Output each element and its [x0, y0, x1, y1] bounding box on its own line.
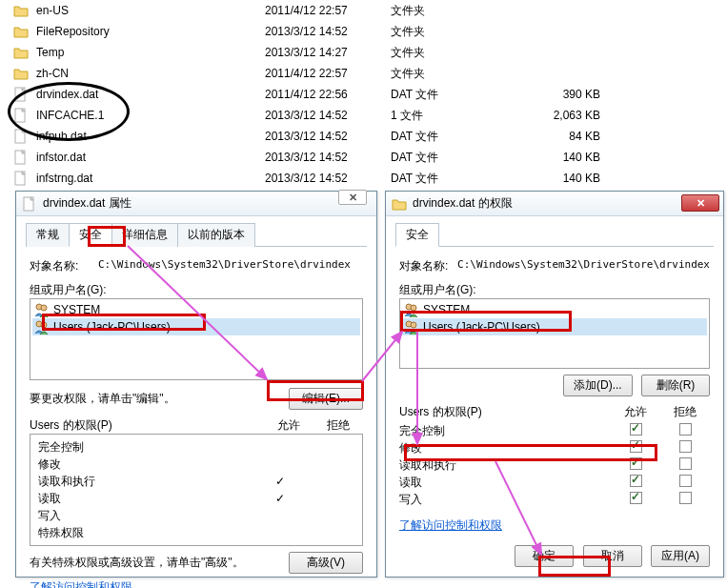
file-date: 2011/4/12 22:57: [265, 67, 391, 80]
perm-deny-checkbox[interactable]: [660, 457, 710, 473]
tab-previous[interactable]: 以前的版本: [177, 223, 255, 247]
users-icon: [34, 302, 50, 317]
svg-point-11: [411, 305, 416, 311]
file-name: zh-CN: [36, 67, 265, 80]
edit-button[interactable]: 编辑(E)...: [289, 388, 363, 410]
perm-allow-checkbox[interactable]: [611, 440, 660, 456]
perm-row: 读取 ✓: [38, 490, 354, 507]
perm-label: 读取和执行: [399, 457, 611, 474]
add-button[interactable]: 添加(D)...: [563, 375, 633, 396]
user-name: Users (Jack-PC\Users): [423, 320, 540, 334]
file-size: 390 KB: [505, 88, 600, 101]
file-row[interactable]: en-US 2011/4/12 22:57 文件夹: [0, 0, 727, 21]
file-name: drvindex.dat: [36, 88, 265, 101]
perm-row: 完全控制: [38, 438, 354, 456]
file-date: 2013/3/12 14:52: [265, 172, 391, 185]
properties-dialog: drvindex.dat 属性 ✕ 常规 安全 详细信息 以前的版本 对象名称:…: [15, 191, 377, 578]
users-listbox[interactable]: SYSTEMUsers (Jack-PC\Users): [399, 298, 710, 369]
file-row[interactable]: infpub.dat 2013/3/12 14:52 DAT 文件 84 KB: [0, 126, 727, 147]
svg-point-9: [41, 322, 47, 328]
object-name-label: 对象名称:: [30, 258, 98, 274]
perm-allow-checkbox[interactable]: [611, 423, 660, 438]
perm-deny-checkbox[interactable]: [660, 423, 710, 438]
perm-row: 读取和执行 ✓: [38, 473, 354, 490]
perm-deny-checkbox[interactable]: [660, 475, 710, 490]
tab-security[interactable]: 安全: [395, 223, 439, 247]
dialog-body: 对象名称: C:\Windows\System32\DriverStore\dr…: [386, 247, 723, 575]
file-date: 2013/3/12 14:52: [265, 109, 391, 122]
perm-label: 完全控制: [38, 439, 255, 456]
help-link[interactable]: 了解访问控制和权限: [30, 580, 132, 588]
group-label: 组或用户名(G):: [399, 282, 710, 298]
file-row[interactable]: Temp 2013/3/12 14:27 文件夹: [0, 42, 727, 63]
perm-allow-checkbox[interactable]: [611, 475, 660, 490]
file-row[interactable]: infstor.dat 2013/3/12 14:52 DAT 文件 140 K…: [0, 147, 727, 168]
allow-header: 允许: [264, 417, 313, 434]
file-type: DAT 文件: [391, 171, 505, 187]
users-listbox[interactable]: SYSTEMUsers (Jack-PC\Users): [30, 298, 363, 380]
file-name: INFCACHE.1: [36, 109, 265, 122]
perm-label: 写入: [399, 492, 611, 508]
file-date: 2013/3/12 14:52: [265, 25, 391, 38]
file-row[interactable]: FileRepository 2013/3/12 14:52 文件夹: [0, 21, 727, 42]
perm-deny-checkbox[interactable]: [660, 440, 710, 456]
perm-label: 完全控制: [399, 423, 611, 439]
adv-hint: 有关特殊权限或高级设置，请单击"高级"。: [30, 555, 289, 571]
perm-row: 读取和执行: [399, 456, 710, 474]
file-type: 1 文件: [391, 108, 505, 124]
object-path: C:\Windows\System32\DriverStore\drvindex: [457, 258, 710, 274]
file-row[interactable]: drvindex.dat 2011/4/12 22:56 DAT 文件 390 …: [0, 84, 727, 105]
tab-security[interactable]: 安全: [69, 223, 112, 247]
apply-button[interactable]: 应用(A): [651, 545, 710, 567]
perm-deny-checkbox[interactable]: [660, 492, 710, 507]
permissions-box: 完全控制 修改 读取和执行 ✓ 读取 ✓ 写入 特殊权限: [30, 434, 363, 546]
tabstrip: 安全: [395, 222, 714, 247]
advanced-button[interactable]: 高级(V): [289, 552, 363, 574]
perm-row: 完全控制: [399, 422, 710, 439]
svg-point-13: [411, 322, 416, 328]
file-date: 2011/4/12 22:56: [265, 88, 391, 101]
perm-header: Users 的权限(P): [30, 417, 264, 434]
file-size: 140 KB: [505, 151, 600, 164]
user-list-item[interactable]: SYSTEM: [32, 301, 360, 318]
file-name: infstrng.dat: [36, 172, 265, 185]
users-icon: [404, 319, 419, 335]
perm-label: 特殊权限: [38, 525, 255, 541]
perm-row: 修改: [38, 456, 354, 473]
folder-icon: [13, 3, 29, 18]
file-type: DAT 文件: [391, 129, 505, 145]
file-row[interactable]: infstrng.dat 2013/3/12 14:52 DAT 文件 140 …: [0, 168, 727, 189]
file-name: infstor.dat: [36, 151, 265, 164]
tab-general[interactable]: 常规: [26, 223, 70, 247]
perm-allow: ✓: [255, 475, 305, 488]
user-list-item[interactable]: Users (Jack-PC\Users): [32, 318, 360, 335]
file-icon: [13, 129, 29, 144]
titlebar[interactable]: drvindex.dat 属性 ✕: [16, 192, 376, 216]
close-button[interactable]: ✕: [681, 194, 719, 212]
ok-button[interactable]: 确定: [515, 545, 574, 567]
user-list-item[interactable]: Users (Jack-PC\Users): [402, 318, 707, 335]
dialog-title: drvindex.dat 属性: [43, 195, 131, 212]
file-icon: [13, 150, 29, 165]
file-row[interactable]: zh-CN 2011/4/12 22:57 文件夹: [0, 63, 727, 84]
tab-details[interactable]: 详细信息: [111, 223, 178, 247]
file-type: 文件夹: [391, 24, 505, 40]
deny-header: 拒绝: [313, 417, 363, 434]
cancel-button[interactable]: 取消: [583, 545, 642, 567]
close-button[interactable]: ✕: [338, 190, 367, 205]
perm-allow-checkbox[interactable]: [611, 492, 660, 507]
user-list-item[interactable]: SYSTEM: [402, 301, 707, 318]
folder-icon: [13, 24, 29, 39]
titlebar[interactable]: drvindex.dat 的权限 ✕: [386, 192, 723, 216]
dialog-body: 对象名称: C:\Windows\System32\DriverStore\dr…: [16, 247, 376, 588]
group-label: 组或用户名(G):: [30, 282, 363, 298]
file-row[interactable]: INFCACHE.1 2013/3/12 14:52 1 文件 2,063 KB: [0, 105, 727, 126]
help-link[interactable]: 了解访问控制和权限: [399, 518, 502, 532]
perm-row: 写入: [38, 507, 354, 524]
object-name-label: 对象名称:: [399, 258, 457, 274]
perm-allow-checkbox[interactable]: [611, 457, 660, 473]
file-date: 2011/4/12 22:57: [265, 4, 391, 17]
users-icon: [404, 302, 419, 317]
remove-button[interactable]: 删除(R): [641, 375, 710, 396]
file-name: infpub.dat: [36, 130, 265, 143]
